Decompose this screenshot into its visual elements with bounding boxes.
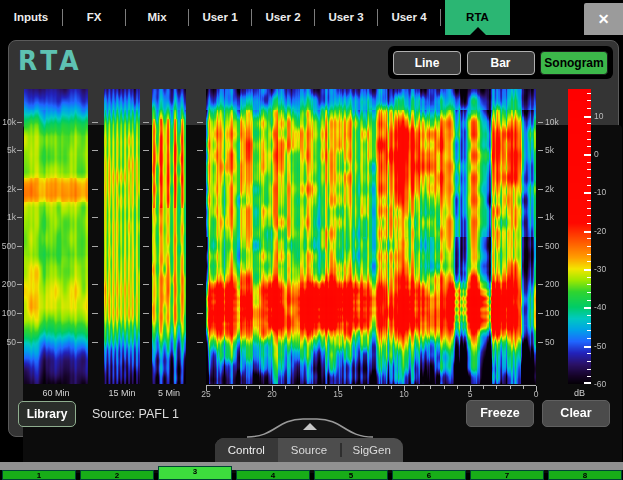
clear-button[interactable]: Clear [542, 400, 610, 427]
sonogram-history-5min [152, 89, 186, 384]
rta-screen: RTA ✕ InputsFXMixUser 1User 2User 3User … [0, 0, 623, 480]
tab-siggen[interactable]: SigGen [340, 438, 403, 462]
channel-tile-1[interactable]: 1 [2, 470, 76, 480]
top-tab-bar: RTA ✕ InputsFXMixUser 1User 2User 3User … [0, 0, 623, 35]
tab-separator [340, 443, 342, 457]
tab-user-4[interactable]: User 4 [378, 0, 440, 35]
tab-mix[interactable]: Mix [126, 0, 188, 35]
tab-inputs[interactable]: Inputs [0, 0, 62, 35]
bar-view-button[interactable]: Bar [467, 51, 535, 75]
channel-strip-shelf [0, 462, 623, 470]
sonogram-main-plot [206, 89, 536, 384]
channel-tile-2[interactable]: 2 [80, 470, 154, 480]
page-title: RTA [18, 46, 83, 76]
tab-user-1[interactable]: User 1 [189, 0, 251, 35]
channel-tile-7[interactable]: 7 [470, 470, 544, 480]
library-button[interactable]: Library [18, 401, 76, 427]
db-color-scale [568, 89, 591, 384]
tab-rta-active[interactable]: RTA [445, 0, 510, 35]
line-view-button[interactable]: Line [393, 51, 461, 75]
channel-tile-8[interactable]: 8 [548, 470, 622, 480]
sonogram-history-15min [104, 89, 140, 384]
close-button[interactable]: ✕ [584, 3, 623, 35]
sonogram-history-60min [24, 89, 88, 384]
channel-tile-4[interactable]: 4 [236, 470, 310, 480]
tab-control[interactable]: Control [215, 438, 278, 462]
freeze-button[interactable]: Freeze [466, 400, 534, 427]
tab-user-3[interactable]: User 3 [315, 0, 377, 35]
sonogram-view-button[interactable]: Sonogram [540, 51, 608, 75]
channel-tile-3[interactable]: 3 [158, 466, 232, 480]
panel-handle[interactable] [245, 413, 375, 438]
channel-tile-6[interactable]: 6 [392, 470, 466, 480]
active-tab-notch-icon [470, 27, 486, 35]
tab-source[interactable]: Source [278, 438, 341, 462]
view-mode-switch: Line Bar Sonogram [388, 46, 613, 79]
tab-user-2[interactable]: User 2 [252, 0, 314, 35]
close-icon: ✕ [598, 11, 610, 27]
channel-tile-5[interactable]: 5 [314, 470, 388, 480]
tab-rta-label: RTA [466, 11, 489, 23]
tab-separator [440, 9, 441, 26]
tab-fx[interactable]: FX [63, 0, 125, 35]
bottom-tab-group: Control Source SigGen [215, 438, 403, 462]
source-label: Source: PAFL 1 [92, 407, 179, 421]
